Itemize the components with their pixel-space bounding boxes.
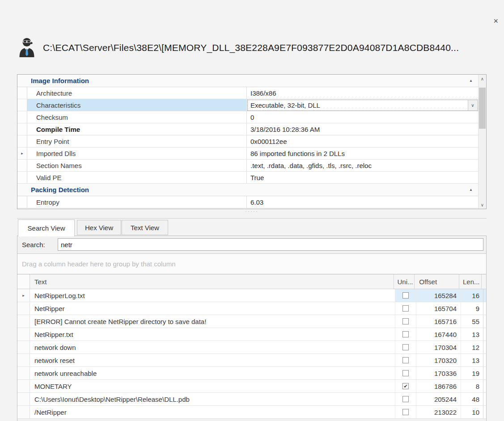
search-view-content: Search: Drag a column header here to gro… bbox=[17, 236, 487, 421]
column-header-offset[interactable]: Offset bbox=[415, 274, 459, 289]
scrollbar-thumb[interactable] bbox=[479, 88, 486, 129]
table-row[interactable]: network reset 170320 13 bbox=[17, 354, 486, 367]
property-value[interactable]: 0x000112ee bbox=[246, 135, 478, 147]
table-row[interactable]: NetRipper.txt 167440 13 bbox=[17, 328, 486, 341]
expand-row-icon[interactable]: ▸ bbox=[17, 147, 27, 159]
cell-length: 12 bbox=[461, 341, 483, 354]
table-row[interactable]: network unreachable 170336 19 bbox=[17, 367, 486, 380]
cell-length: 13 bbox=[461, 328, 483, 341]
cell-length: 48 bbox=[461, 393, 483, 405]
cell-length: 8 bbox=[461, 380, 483, 392]
property-value[interactable]: I386/x86 bbox=[246, 87, 478, 99]
close-icon[interactable]: × bbox=[493, 17, 498, 25]
section-header-image-information[interactable]: Image Information ▲ bbox=[17, 75, 478, 87]
unicode-cell bbox=[395, 354, 416, 366]
property-row-valid-pe[interactable]: Valid PE True bbox=[17, 172, 478, 184]
cell-length: 19 bbox=[461, 367, 483, 379]
column-header-length[interactable]: Len... bbox=[459, 274, 482, 289]
property-row-entry-point[interactable]: Entry Point 0x000112ee bbox=[17, 135, 478, 147]
table-row[interactable]: network down 170304 12 bbox=[17, 341, 486, 354]
column-header-text[interactable]: Text bbox=[30, 274, 394, 289]
unicode-checkbox[interactable] bbox=[402, 292, 409, 299]
unicode-checkbox[interactable] bbox=[402, 396, 409, 402]
property-value[interactable]: True bbox=[246, 172, 478, 183]
characteristics-combobox[interactable]: Executable, 32-bit, DLL ∨ bbox=[247, 100, 478, 111]
unicode-checkbox[interactable] bbox=[402, 331, 409, 337]
search-input[interactable] bbox=[58, 238, 483, 251]
chevron-down-icon[interactable]: ∨ bbox=[468, 100, 477, 110]
cell-text: NetRipperLog.txt bbox=[30, 289, 395, 302]
unicode-checkbox[interactable] bbox=[402, 344, 409, 350]
table-row[interactable]: ▸ NetRipperLog.txt 165284 16 bbox=[17, 289, 486, 302]
section-title: Packing Detection bbox=[17, 186, 89, 194]
property-row-characteristics[interactable]: Characteristics Executable, 32-bit, DLL … bbox=[17, 99, 478, 111]
search-bar: Search: bbox=[17, 236, 486, 253]
property-row-imported-dlls[interactable]: ▸ Imported Dlls 86 imported functions in… bbox=[17, 147, 478, 160]
analyst-agent-icon bbox=[18, 38, 36, 58]
cell-length: 55 bbox=[461, 315, 483, 328]
row-indicator bbox=[17, 196, 27, 208]
cell-offset: 165284 bbox=[416, 289, 461, 302]
table-row[interactable]: [ERROR] Cannot create NetRipper director… bbox=[17, 315, 486, 328]
property-label: Characteristics bbox=[27, 99, 246, 111]
unicode-cell bbox=[395, 328, 416, 341]
cell-text: MONETARY bbox=[30, 380, 395, 392]
table-row[interactable]: NetRipper 165704 9 bbox=[17, 302, 486, 315]
views-panel: Search View Hex View Text View Search: D… bbox=[17, 218, 487, 421]
cell-offset: 165716 bbox=[416, 315, 461, 328]
property-value: Executable, 32-bit, DLL ∨ bbox=[246, 99, 478, 111]
property-value[interactable]: .text, .rdata, .data, .gfids, .tls, .rsr… bbox=[246, 160, 478, 171]
property-label: Compile Time bbox=[27, 123, 246, 135]
table-body: ▸ NetRipperLog.txt 165284 16 NetRipper 1… bbox=[17, 289, 486, 419]
property-row-architecture[interactable]: Architecture I386/x86 bbox=[17, 87, 478, 99]
unicode-checkbox[interactable] bbox=[402, 409, 409, 415]
row-indicator bbox=[17, 172, 27, 183]
tab-text-view[interactable]: Text View bbox=[122, 220, 168, 235]
unicode-checkbox[interactable] bbox=[402, 305, 409, 312]
cell-offset: 167440 bbox=[416, 328, 461, 341]
tab-label: Search View bbox=[28, 224, 65, 232]
tab-search-view[interactable]: Search View bbox=[18, 219, 75, 236]
property-value[interactable]: 0 bbox=[246, 111, 478, 123]
row-indicator bbox=[17, 406, 30, 418]
property-value[interactable]: 3/18/2016 10:28:36 AM bbox=[246, 123, 478, 135]
unicode-checkbox[interactable] bbox=[402, 318, 409, 324]
table-row[interactable]: /NetRipper 213022 10 bbox=[17, 406, 486, 419]
horizontal-splitter[interactable]: ····· bbox=[0, 209, 504, 215]
scroll-up-icon[interactable]: ∧ bbox=[479, 75, 486, 82]
cell-text: C:\Users\Ionut\Desktop\NetRipper\Release… bbox=[30, 393, 395, 405]
row-indicator bbox=[17, 380, 30, 392]
tab-hex-view[interactable]: Hex View bbox=[77, 220, 121, 235]
unicode-checkbox[interactable] bbox=[402, 370, 409, 376]
property-row-checksum[interactable]: Checksum 0 bbox=[17, 111, 478, 123]
row-indicator bbox=[17, 354, 30, 366]
column-header-unicode[interactable]: Uni... bbox=[394, 274, 415, 289]
unicode-checkbox[interactable] bbox=[402, 357, 409, 363]
collapse-section-icon[interactable]: ▲ bbox=[469, 79, 473, 83]
property-label: Entry Point bbox=[27, 135, 246, 147]
unicode-checkbox[interactable]: ✔ bbox=[402, 383, 409, 389]
property-value[interactable]: 86 imported functions in 2 DLLs bbox=[246, 147, 478, 159]
row-indicator bbox=[17, 99, 27, 111]
unicode-cell bbox=[395, 367, 416, 379]
unicode-cell bbox=[395, 302, 416, 315]
unicode-cell bbox=[395, 341, 416, 354]
property-row-compile-time[interactable]: Compile Time 3/18/2016 10:28:36 AM bbox=[17, 123, 478, 135]
property-row-section-names[interactable]: Section Names .text, .rdata, .data, .gfi… bbox=[17, 160, 478, 172]
cell-offset: 205244 bbox=[416, 393, 461, 405]
group-by-panel[interactable]: Drag a column header here to group by th… bbox=[17, 253, 486, 274]
collapse-section-icon[interactable]: ▲ bbox=[469, 188, 473, 192]
cell-text: network down bbox=[30, 341, 395, 354]
table-row[interactable]: C:\Users\Ionut\Desktop\NetRipper\Release… bbox=[17, 393, 486, 406]
property-row-entropy[interactable]: Entropy 6.03 bbox=[17, 196, 478, 208]
table-row[interactable]: MONETARY ✔ 186786 8 bbox=[17, 380, 486, 393]
property-value[interactable]: 6.03 bbox=[246, 196, 478, 208]
scroll-down-icon[interactable]: ∨ bbox=[479, 201, 486, 208]
properties-scrollbar[interactable]: ∧ ∨ bbox=[478, 75, 486, 209]
section-header-packing-detection[interactable]: Packing Detection ▲ bbox=[17, 184, 478, 196]
unicode-cell: ✔ bbox=[395, 380, 416, 392]
row-indicator bbox=[17, 302, 30, 315]
cell-length: 13 bbox=[461, 354, 483, 366]
cell-text: network unreachable bbox=[30, 367, 395, 379]
property-label: Imported Dlls bbox=[27, 147, 246, 159]
